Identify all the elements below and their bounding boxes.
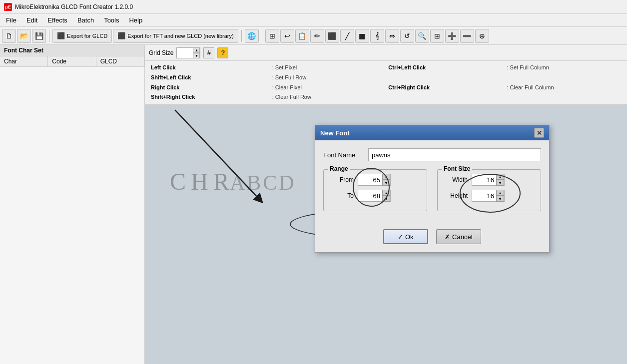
dialog-title-text: New Font (320, 129, 350, 137)
toolbar-new-btn[interactable]: 🗋 (2, 29, 16, 43)
app-title: MikroElektronika GLCD Font Creator 1.2.0… (15, 3, 133, 10)
shift-left-val: : Set Full Row (272, 73, 379, 83)
to-input[interactable] (358, 192, 382, 200)
right-click-val: : Clear Pixel (272, 83, 379, 93)
toolbar-rotate-btn[interactable]: ↺ (400, 29, 414, 43)
ctrl-left-val: : Set Full Column (507, 63, 621, 73)
dialog-close-button[interactable]: ✕ (534, 128, 544, 138)
cancel-button[interactable]: ✗ Cancel (436, 229, 481, 244)
shift-right-key: Shift+Right Click (151, 92, 262, 102)
font-char-header-text: Font Char Set (4, 47, 43, 54)
font-char-header: Font Char Set (0, 45, 144, 56)
menu-help[interactable]: Help (125, 15, 146, 25)
toolbar-export-glcd-btn[interactable]: ⬛ Export for GLCD (52, 29, 112, 43)
help-button[interactable]: ? (217, 47, 228, 58)
height-spin-up[interactable]: ▲ (496, 190, 504, 196)
grid-size-spinner[interactable]: 21 ▲ ▼ (176, 47, 200, 58)
menu-tools[interactable]: Tools (100, 15, 123, 25)
grid-spin-up[interactable]: ▲ (193, 47, 200, 53)
menu-effects[interactable]: Effects (43, 15, 71, 25)
to-spin-btns: ▲ ▼ (382, 190, 390, 202)
shift-right-val: : Clear Full Row (272, 92, 379, 102)
ok-button[interactable]: ✓ Ok (383, 229, 428, 244)
toolbar-eraser-btn[interactable]: ⬛ (325, 29, 339, 43)
chars-display: CHR ABCD (165, 150, 315, 215)
left-click-key: Left Click (151, 63, 262, 73)
col-code: Code (48, 56, 96, 66)
dialog-title-bar: New Font ✕ (315, 125, 549, 140)
menu-bar: File Edit Effects Batch Tools Help (0, 14, 627, 27)
toolbar-redo-btn[interactable]: 📋 (295, 29, 309, 43)
toolbar-save-btn[interactable]: 💾 (32, 29, 46, 43)
from-spin-down[interactable]: ▼ (382, 180, 390, 186)
from-spinner[interactable]: ▲ ▼ (358, 174, 391, 186)
height-spin-btns: ▲ ▼ (496, 190, 504, 202)
from-spin-up[interactable]: ▲ (382, 174, 390, 180)
export-tft-label: Export for TFT and new GLCD (new library… (127, 33, 233, 39)
from-input[interactable] (358, 176, 382, 184)
font-name-input[interactable] (368, 148, 541, 161)
toolbar-zoom-btn[interactable]: 🔍 (415, 29, 429, 43)
dialog-footer: ✓ Ok ✗ Cancel (315, 223, 549, 252)
to-spin-down[interactable]: ▼ (382, 196, 390, 202)
grid-spin-down[interactable]: ▼ (193, 53, 200, 58)
toolbar-add-btn[interactable]: ➕ (445, 29, 459, 43)
range-to-row: To ▲ ▼ (329, 190, 422, 202)
height-spin-down[interactable]: ▼ (496, 196, 504, 202)
grid-size-label: Grid Size (149, 49, 173, 56)
dialog-body: Font Name Range From (315, 140, 549, 223)
menu-batch[interactable]: Batch (73, 15, 98, 25)
grid-spin-buttons: ▲ ▼ (193, 47, 200, 58)
export-glcd-label: Export for GLCD (67, 33, 107, 39)
font-size-groupbox: Font Size Width ▲ ▼ (437, 169, 541, 211)
right-click-key: Right Click (151, 83, 262, 93)
range-groupbox: Range From ▲ ▼ (323, 169, 427, 211)
to-spin-up[interactable]: ▲ (382, 190, 390, 196)
toolbar-copy-btn[interactable]: ⊞ (265, 29, 279, 43)
font-size-legend: Font Size (442, 165, 472, 172)
grid-size-bar: Grid Size 21 ▲ ▼ # ? (145, 45, 627, 61)
width-spin-btns: ▲ ▼ (496, 174, 504, 186)
col-char: Char (0, 56, 48, 66)
toolbar-line-btn[interactable]: ╱ (340, 29, 354, 43)
width-spinner[interactable]: ▲ ▼ (472, 174, 505, 186)
toolbar-sep-3 (262, 30, 262, 42)
ok-label: ✓ Ok (398, 233, 413, 241)
dialog-columns: Range From ▲ ▼ (323, 169, 541, 215)
from-label: From (329, 176, 354, 183)
toolbar-export-tft-btn[interactable]: ⬛ Export for TFT and new GLCD (new libra… (113, 29, 238, 43)
cancel-label: ✗ Cancel (445, 233, 472, 241)
toolbar-mirror-btn[interactable]: ⇔ (385, 29, 399, 43)
toolbar-grid-btn[interactable]: ⊞ (430, 29, 444, 43)
menu-file[interactable]: File (2, 15, 20, 25)
range-from-row: From ▲ ▼ (329, 174, 422, 186)
toolbar-sep-2 (241, 30, 242, 42)
toolbar-open-btn[interactable]: 📂 (17, 29, 31, 43)
width-spin-down[interactable]: ▼ (496, 180, 504, 186)
toolbar-extra-btn[interactable]: ⊕ (475, 29, 489, 43)
to-label: To (329, 192, 354, 199)
toolbar-undo-btn[interactable]: ↩ (280, 29, 294, 43)
width-input[interactable] (472, 176, 496, 184)
svg-text:ABCD: ABCD (230, 171, 296, 194)
grid-size-input[interactable]: 21 (177, 49, 193, 56)
height-input[interactable] (472, 192, 496, 200)
to-spinner[interactable]: ▲ ▼ (358, 190, 391, 202)
range-legend: Range (328, 165, 350, 172)
height-spinner[interactable]: ▲ ▼ (472, 190, 505, 202)
toolbar-fill-btn[interactable]: ▦ (355, 29, 369, 43)
toolbar-pencil-btn[interactable]: ✏ (310, 29, 324, 43)
width-spin-up[interactable]: ▲ (496, 174, 504, 180)
font-size-column: Font Size Width ▲ ▼ (437, 169, 541, 215)
left-click-val: : Set Pixel (272, 63, 379, 73)
toolbar-web-btn[interactable]: 🌐 (245, 29, 259, 43)
ctrl-right-val: : Clear Full Column (507, 83, 621, 93)
toolbar: 🗋 📂 💾 ⬛ Export for GLCD ⬛ Export for TFT… (0, 27, 627, 45)
canvas-area[interactable]: create new from scratch CHR ABCD New Fon… (145, 105, 627, 364)
ctrl-left-key: Ctrl+Left Click (388, 63, 497, 73)
hash-button[interactable]: # (203, 47, 214, 58)
menu-edit[interactable]: Edit (22, 15, 41, 25)
toolbar-effects-btn[interactable]: 𝄞 (370, 29, 384, 43)
toolbar-remove-btn[interactable]: ➖ (460, 29, 474, 43)
toolbar-sep-1 (49, 30, 49, 42)
